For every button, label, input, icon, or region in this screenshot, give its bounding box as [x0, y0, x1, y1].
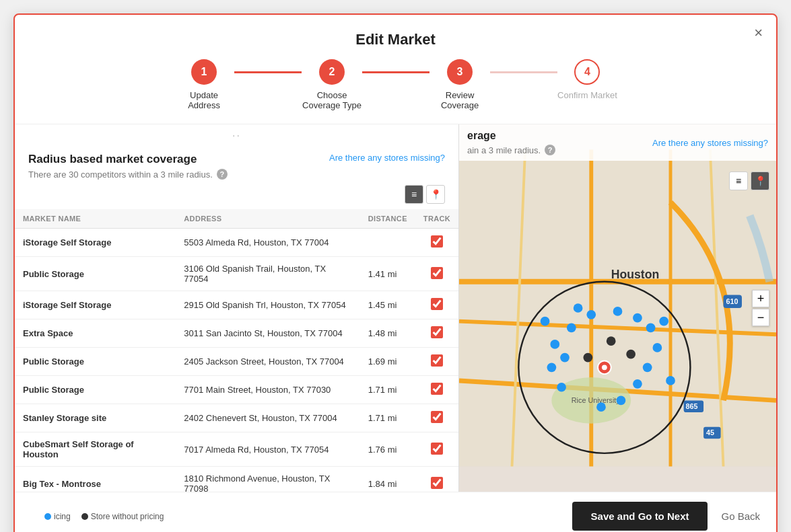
- save-next-button[interactable]: Save and Go to Next: [572, 502, 708, 531]
- store-address: 5503 Almeda Rd, Houston, TX 77004: [176, 229, 359, 257]
- left-panel: .. Radius based market coverage There ar…: [15, 124, 459, 492]
- track-checkbox[interactable]: [431, 326, 443, 338]
- store-address: 3106 Old Spanish Trail, Houston, TX 7705…: [176, 257, 359, 291]
- svg-point-33: [560, 353, 570, 363]
- missing-stores-link[interactable]: Are there any stores missing?: [329, 153, 445, 163]
- store-address: 1810 Richmond Avenue, Houston, TX 77098: [176, 467, 359, 492]
- panel-title: Radius based market coverage: [28, 153, 228, 166]
- zoom-out-button[interactable]: −: [752, 309, 769, 326]
- step-4-label: Confirm Market: [557, 90, 617, 100]
- svg-point-30: [557, 383, 566, 392]
- svg-point-26: [643, 363, 652, 372]
- svg-point-37: [659, 317, 668, 326]
- legend-no-pricing: Store without pricing: [81, 512, 164, 521]
- go-back-button[interactable]: Go Back: [721, 510, 760, 522]
- map-view-button[interactable]: 📍: [426, 185, 445, 204]
- legend-pricing-label: icing: [54, 512, 71, 521]
- store-distance: 1.76 mi: [360, 432, 415, 467]
- panel-subtitle: There are 30 competitors within a 3 mile…: [28, 169, 228, 180]
- connector-3: [490, 71, 557, 73]
- step-3: 3 Review Coverage: [429, 59, 490, 110]
- store-name: Extra Space: [15, 319, 176, 348]
- close-button[interactable]: ×: [754, 26, 763, 40]
- legend-pricing: icing: [44, 512, 71, 521]
- store-address: 2405 Jackson Street, Houston, TX 77004: [176, 348, 359, 376]
- track-checkbox[interactable]: [431, 383, 443, 395]
- connector-1: [234, 71, 302, 73]
- table-row: Big Tex - Montrose 1810 Richmond Avenue,…: [15, 467, 458, 492]
- step-3-circle: 3: [447, 59, 473, 85]
- track-cell: [415, 257, 458, 291]
- competitors-table-wrapper: MARKET NAME ADDRESS DISTANCE TRACK iStor…: [15, 209, 458, 492]
- track-cell: [415, 376, 458, 404]
- svg-text:Houston: Houston: [611, 268, 660, 281]
- svg-point-28: [617, 396, 626, 406]
- track-checkbox[interactable]: [431, 443, 443, 455]
- track-cell: [415, 404, 458, 432]
- help-icon[interactable]: ?: [217, 169, 228, 180]
- step-2: 2 Choose Coverage Type: [302, 59, 362, 110]
- step-1: 1 Update Address: [174, 59, 234, 110]
- store-distance: 1.71 mi: [360, 404, 415, 432]
- map-missing-stores-link[interactable]: Are there any stores missing?: [652, 138, 768, 148]
- modal-footer: icing Store without pricing Save and Go …: [15, 492, 776, 532]
- track-cell: [415, 348, 458, 376]
- step-4-circle: 4: [574, 59, 600, 85]
- svg-point-19: [602, 365, 607, 370]
- svg-point-38: [574, 303, 583, 313]
- svg-text:610: 610: [726, 297, 738, 305]
- map-container: erage ain a 3 mile radius. ? Are there a…: [459, 124, 776, 492]
- track-checkbox[interactable]: [431, 235, 443, 248]
- map-help-icon[interactable]: ?: [545, 145, 555, 155]
- svg-point-31: [547, 363, 557, 372]
- col-market-name: MARKET NAME: [15, 209, 176, 229]
- svg-point-21: [586, 310, 596, 319]
- map-panel-subtitle: ain a 3 mile radius. ?: [467, 145, 555, 155]
- track-checkbox[interactable]: [431, 354, 443, 367]
- svg-point-27: [633, 379, 642, 389]
- svg-text:45: 45: [706, 428, 714, 436]
- store-name: Public Storage: [15, 376, 176, 404]
- dots: ..: [15, 124, 458, 142]
- step-4: 4 Confirm Market: [557, 59, 617, 100]
- col-distance: DISTANCE: [360, 209, 415, 229]
- track-checkbox[interactable]: [431, 477, 443, 489]
- svg-point-22: [613, 307, 623, 316]
- store-distance: 1.41 mi: [360, 257, 415, 291]
- track-checkbox[interactable]: [431, 411, 443, 423]
- right-panel: erage ain a 3 mile radius. ? Are there a…: [459, 124, 776, 492]
- table-row: Public Storage 3106 Old Spanish Trail, H…: [15, 257, 458, 291]
- legend-pricing-dot: [44, 513, 51, 520]
- store-name: Stanley Storage site: [15, 404, 176, 432]
- track-checkbox[interactable]: [431, 298, 443, 310]
- table-row: Public Storage 7701 Main Street, Houston…: [15, 376, 458, 404]
- store-address: 7701 Main Street, Houston, TX 77030: [176, 376, 359, 404]
- svg-point-39: [541, 317, 550, 326]
- legend-no-pricing-label: Store without pricing: [91, 512, 164, 521]
- track-cell: [415, 467, 458, 492]
- step-2-label: Choose Coverage Type: [302, 90, 362, 110]
- store-distance: 1.71 mi: [360, 376, 415, 404]
- track-cell: [415, 229, 458, 257]
- step-1-label: Update Address: [174, 90, 234, 110]
- store-name: Big Tex - Montrose: [15, 467, 176, 492]
- step-3-label: Review Coverage: [429, 90, 490, 110]
- svg-point-20: [567, 324, 576, 333]
- store-address: 7017 Almeda Rd, Houston, TX 77054: [176, 432, 359, 467]
- map-legend: icing Store without pricing: [31, 512, 164, 521]
- list-view-button[interactable]: ≡: [405, 185, 423, 204]
- track-checkbox[interactable]: [431, 267, 443, 279]
- map-panel-title: erage: [467, 130, 555, 142]
- map-map-view-button[interactable]: 📍: [751, 172, 769, 190]
- view-toggle-row: ≡ 📍: [15, 182, 458, 209]
- svg-point-36: [583, 353, 592, 363]
- svg-point-29: [596, 402, 606, 412]
- zoom-in-button[interactable]: +: [752, 290, 769, 307]
- track-cell: [415, 291, 458, 319]
- competitors-table: MARKET NAME ADDRESS DISTANCE TRACK iStor…: [15, 209, 458, 492]
- svg-text:865: 865: [686, 402, 698, 410]
- zoom-controls: + −: [752, 290, 769, 326]
- connector-2: [362, 71, 429, 73]
- map-list-view-button[interactable]: ≡: [729, 172, 748, 190]
- view-toggle: ≡ 📍: [405, 185, 445, 204]
